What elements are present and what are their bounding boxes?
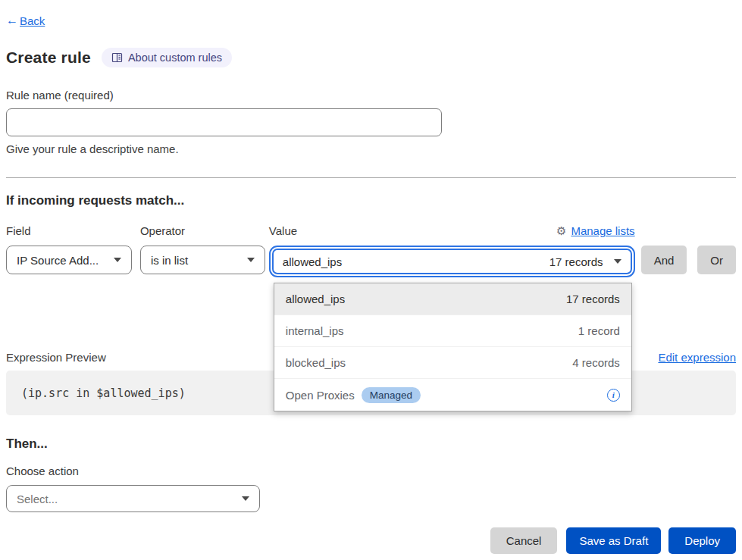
chevron-down-icon	[114, 258, 121, 262]
value-select-meta: 17 records	[549, 255, 603, 268]
match-section-heading: If incoming requests match...	[6, 193, 736, 208]
chevron-down-icon	[614, 259, 621, 264]
back-arrow-icon: ←	[6, 14, 18, 27]
and-button[interactable]: And	[641, 246, 687, 274]
rule-name-help-text: Give your rule a descriptive name.	[6, 142, 736, 155]
field-column: Field IP Source Add...	[6, 224, 132, 274]
expression-preview-label: Expression Preview	[6, 351, 106, 364]
chevron-down-icon	[242, 496, 249, 501]
create-rule-page: ←Back Create rule About custom rules Rul…	[0, 0, 742, 560]
edit-expression-link[interactable]: Edit expression	[658, 351, 736, 364]
operator-label: Operator	[140, 224, 185, 237]
or-button[interactable]: Or	[697, 246, 736, 274]
page-title: Create rule	[6, 48, 91, 67]
field-label: Field	[6, 224, 31, 237]
rule-name-input[interactable]	[6, 108, 442, 136]
value-label: Value	[269, 224, 297, 237]
manage-lists-link[interactable]: ⚙ Manage lists	[556, 224, 635, 237]
book-icon	[111, 52, 123, 63]
action-select-placeholder: Select...	[17, 493, 58, 505]
field-select[interactable]: IP Source Add...	[6, 246, 132, 274]
list-name: internal_ips	[286, 324, 344, 337]
footer-actions: Cancel Save as Draft Deploy	[6, 527, 736, 554]
choose-action-label: Choose action	[6, 465, 736, 477]
value-select-focus-ring: allowed_ips 17 records	[269, 246, 635, 277]
dropdown-item-internal-ips[interactable]: internal_ips 1 record	[274, 315, 631, 347]
back-label: Back	[20, 14, 45, 27]
value-column: Value ⚙ Manage lists allowed_ips 17 reco…	[269, 224, 635, 277]
value-dropdown-panel: allowed_ips 17 records internal_ips 1 re…	[274, 283, 632, 411]
list-record-count: 17 records	[566, 293, 620, 305]
expression-code: (ip.src in $allowed_ips)	[21, 386, 186, 400]
operator-select[interactable]: is in list	[140, 246, 265, 274]
deploy-button[interactable]: Deploy	[668, 527, 736, 554]
dropdown-item-blocked-ips[interactable]: blocked_ips 4 records	[274, 347, 631, 379]
field-select-value: IP Source Add...	[17, 254, 99, 267]
list-record-count: 1 record	[578, 324, 620, 337]
about-badge-label: About custom rules	[128, 52, 222, 64]
gear-icon: ⚙	[556, 225, 566, 236]
operator-select-value: is in list	[151, 254, 188, 267]
cancel-button[interactable]: Cancel	[490, 527, 558, 554]
managed-badge: Managed	[362, 387, 421, 403]
chevron-down-icon	[247, 258, 255, 262]
info-icon[interactable]: i	[607, 389, 620, 402]
list-name: Open Proxies	[286, 389, 355, 402]
save-as-draft-button[interactable]: Save as Draft	[566, 527, 661, 554]
value-select-selected: allowed_ips	[283, 255, 549, 268]
operator-column: Operator is in list	[140, 224, 265, 274]
list-name: allowed_ips	[286, 293, 345, 305]
action-select[interactable]: Select...	[6, 485, 260, 512]
back-link[interactable]: ←Back	[6, 14, 45, 27]
title-row: Create rule About custom rules	[6, 48, 736, 67]
then-section-heading: Then...	[6, 436, 736, 452]
dropdown-item-open-proxies[interactable]: Open Proxies Managed i	[274, 379, 631, 411]
list-record-count: 4 records	[572, 356, 620, 369]
condition-row: Field IP Source Add... Operator is in li…	[6, 224, 736, 277]
about-custom-rules-link[interactable]: About custom rules	[102, 48, 232, 67]
dropdown-item-allowed-ips[interactable]: allowed_ips 17 records	[274, 283, 631, 315]
list-name: blocked_ips	[286, 356, 346, 369]
section-divider	[6, 177, 736, 178]
value-select[interactable]: allowed_ips 17 records	[272, 249, 632, 274]
manage-lists-label: Manage lists	[571, 224, 634, 237]
rule-name-label: Rule name (required)	[6, 89, 736, 102]
